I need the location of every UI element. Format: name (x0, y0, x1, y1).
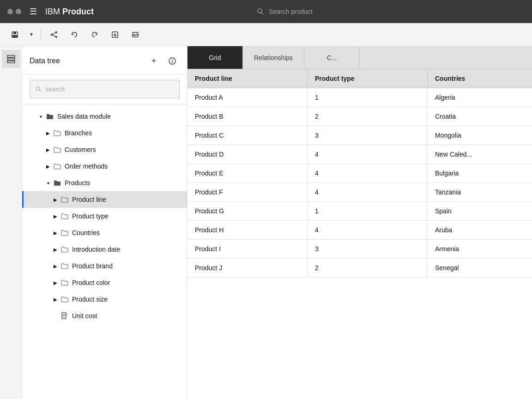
svg-point-21 (36, 87, 39, 90)
save-button[interactable] (6, 25, 24, 44)
data-tree-header: Data tree + (22, 46, 187, 74)
folder-icon-order-methods (54, 163, 61, 170)
tree-content: ▾ Sales data module ▶ Branches ▶ (22, 104, 187, 399)
chevron-order-methods: ▶ (44, 163, 52, 170)
table-row: Product A 1 Algeria (187, 88, 532, 107)
cell-product-type: 4 (308, 221, 428, 239)
app-title-bold: Product (62, 7, 94, 16)
tree-item-product-type[interactable]: ▶ Product type (22, 208, 187, 224)
info-button[interactable] (165, 54, 180, 68)
chevron-product-size: ▶ (52, 296, 59, 303)
cell-product-type: 4 (308, 145, 428, 163)
chevron-introduction-date: ▶ (52, 246, 59, 253)
tree-item-order-methods[interactable]: ▶ Order methods (22, 158, 187, 175)
search-bar[interactable]: Search product (257, 8, 525, 15)
tree-item-products[interactable]: ▾ Products (22, 175, 187, 191)
cell-product-line: Product J (187, 259, 308, 277)
cell-countries: New Caled... (428, 145, 532, 163)
tree-item-product-brand[interactable]: ▶ Product brand (22, 258, 187, 274)
tab-relationships[interactable]: Relationships (243, 46, 304, 69)
folder-icon-introduction-date (61, 246, 68, 253)
cell-product-line: Product B (187, 107, 308, 126)
search-input-container[interactable] (30, 80, 180, 98)
cell-countries: Spain (428, 202, 532, 220)
chevron-customers: ▶ (44, 146, 52, 153)
grid-header-product-line: Product line (187, 69, 308, 88)
tree-label-product-line: Product line (72, 196, 106, 203)
tree-item-product-size[interactable]: ▶ Product size (22, 291, 187, 308)
tree-label-products: Products (65, 179, 90, 187)
table-row: Product B 2 Croatia (187, 107, 532, 126)
cell-product-line: Product I (187, 240, 308, 258)
data-tree-panel: Data tree + (22, 46, 187, 399)
data-tree-icon[interactable] (2, 50, 20, 68)
export-button[interactable] (106, 25, 124, 44)
cell-product-type: 1 (308, 202, 428, 220)
tree-item-branches[interactable]: ▶ Branches (22, 125, 187, 141)
svg-rect-3 (13, 32, 16, 34)
cell-product-type: 4 (308, 183, 428, 201)
table-row: Product F 4 Tanzania (187, 183, 532, 202)
tree-label-customers: Customers (65, 146, 96, 153)
undo-button[interactable] (65, 25, 84, 44)
tree-label-product-type: Product type (72, 212, 109, 220)
folder-icon-sales-data (46, 113, 54, 120)
cell-countries: Senegal (428, 259, 532, 277)
svg-rect-14 (7, 55, 15, 57)
search-icon (257, 8, 264, 15)
grid-header-product-type: Product type (308, 69, 428, 88)
tree-item-unit-cost[interactable]: Unit cost (22, 308, 187, 324)
folder-icon-branches (54, 129, 61, 137)
cell-product-line: Product A (187, 88, 308, 107)
search-input[interactable] (45, 85, 174, 93)
tree-label-unit-cost: Unit cost (72, 312, 97, 320)
window-dot-close (7, 9, 13, 14)
data-tree-title: Data tree (30, 57, 60, 65)
cell-countries: Aruba (428, 221, 532, 239)
folder-icon-countries (61, 229, 68, 236)
table-row: Product C 3 Mongolia (187, 126, 532, 145)
tree-item-product-color[interactable]: ▶ Product color (22, 274, 187, 291)
svg-rect-15 (7, 58, 15, 60)
tree-item-customers[interactable]: ▶ Customers (22, 141, 187, 158)
share-button[interactable] (45, 25, 63, 44)
tree-item-sales-data-module[interactable]: ▾ Sales data module (22, 108, 187, 125)
image-button[interactable] (126, 25, 145, 44)
chevron-product-type: ▶ (52, 212, 59, 220)
tree-label-sales-data-module: Sales data module (57, 113, 111, 120)
chevron-countries: ▶ (52, 229, 59, 236)
folder-icon-product-line (61, 196, 68, 203)
cell-product-line: Product H (187, 221, 308, 239)
tree-label-product-size: Product size (72, 296, 108, 303)
toolbar-divider-1 (41, 29, 41, 40)
tree-item-product-line[interactable]: ▶ Product line (22, 191, 187, 208)
tree-label-product-color: Product color (72, 279, 110, 286)
tree-label-introduction-date: Introduction date (72, 246, 120, 253)
table-row: Product I 3 Armenia (187, 240, 532, 259)
dropdown-button[interactable]: ▼ (26, 25, 37, 44)
tree-label-order-methods: Order methods (65, 163, 108, 170)
search-small-icon (36, 86, 42, 92)
hamburger-icon[interactable]: ☰ (30, 6, 37, 17)
table-row: Product G 1 Spain (187, 202, 532, 221)
cell-product-line: Product F (187, 183, 308, 201)
cell-product-type: 3 (308, 126, 428, 145)
svg-line-22 (39, 90, 41, 92)
app-title: IBM Product (45, 7, 94, 17)
add-item-button[interactable]: + (146, 54, 161, 68)
cell-product-line: Product E (187, 164, 308, 182)
tab-grid[interactable]: Grid (187, 46, 243, 69)
cell-countries: Tanzania (428, 183, 532, 201)
redo-button[interactable] (85, 25, 104, 44)
tree-item-countries[interactable]: ▶ Countries (22, 224, 187, 241)
svg-line-9 (53, 35, 56, 36)
cell-product-type: 2 (308, 107, 428, 126)
tab-c[interactable]: C... (304, 46, 360, 69)
cell-product-type: 4 (308, 164, 428, 182)
table-row: Product J 2 Senegal (187, 259, 532, 278)
cell-countries: Algeria (428, 88, 532, 107)
folder-icon-product-color (61, 279, 68, 286)
grid-header-countries: Countries (428, 69, 532, 88)
folder-icon-products (54, 179, 61, 187)
tree-item-introduction-date[interactable]: ▶ Introduction date (22, 241, 187, 258)
